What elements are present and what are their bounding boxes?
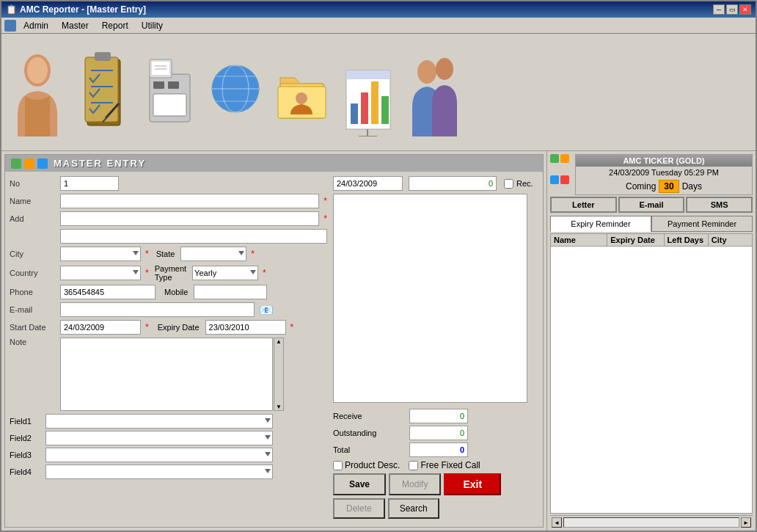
outstanding-row: Outstanding xyxy=(333,426,538,440)
field4-select[interactable] xyxy=(45,464,273,479)
field4-row: Field4 xyxy=(10,464,327,479)
note-label: Note xyxy=(10,338,57,346)
col-city: City xyxy=(709,234,752,246)
svg-point-35 xyxy=(417,60,436,84)
scroll-up-btn[interactable]: ▲ xyxy=(276,338,282,345)
toolbar-clipboard[interactable] xyxy=(70,35,136,149)
email-icon: 📧 xyxy=(259,303,274,317)
outstanding-input[interactable] xyxy=(409,426,468,440)
rec-checkbox[interactable] xyxy=(504,179,513,189)
start-date-input[interactable] xyxy=(60,320,141,335)
title-bar: 📋 AMC Reporter - [Master Entry] ─ ▭ ✕ xyxy=(1,1,756,18)
note-textarea[interactable] xyxy=(60,338,273,411)
svg-rect-4 xyxy=(95,52,111,61)
menu-report[interactable]: Report xyxy=(96,19,134,32)
sms-button[interactable]: SMS xyxy=(686,197,753,213)
dot-green-1 xyxy=(550,154,559,163)
app-icon: 📋 xyxy=(6,4,17,15)
free-fixed-checkbox[interactable] xyxy=(409,461,418,470)
add-input2[interactable] xyxy=(60,229,327,244)
right-date-input[interactable] xyxy=(333,176,403,191)
close-button[interactable]: ✕ xyxy=(739,4,751,15)
payment-type-select[interactable]: Yearly xyxy=(192,266,258,280)
email-row: E-mail 📧 xyxy=(10,302,327,317)
toolbar-person[interactable] xyxy=(4,35,70,149)
city-select[interactable] xyxy=(60,247,141,261)
state-required: * xyxy=(251,249,255,259)
scroll-down-btn[interactable]: ▼ xyxy=(276,404,282,410)
menu-master[interactable]: Master xyxy=(56,19,95,32)
svg-rect-29 xyxy=(361,92,368,124)
svg-rect-32 xyxy=(346,70,390,79)
mobile-input[interactable] xyxy=(194,285,267,299)
product-desc-checkbox[interactable] xyxy=(333,461,343,470)
toolbar-people[interactable] xyxy=(401,35,467,149)
master-entry-header: MASTER ENTRY xyxy=(5,155,543,172)
action-buttons: Save Modify Exit xyxy=(333,473,538,495)
restore-button[interactable]: ▭ xyxy=(726,4,738,15)
tab-payment-reminder[interactable]: Payment Reminder xyxy=(651,216,753,232)
svg-rect-13 xyxy=(153,94,186,116)
email-input[interactable] xyxy=(60,302,255,317)
total-input[interactable] xyxy=(409,442,468,457)
field2-select[interactable] xyxy=(45,431,273,445)
state-label: State xyxy=(156,249,175,258)
exit-button[interactable]: Exit xyxy=(444,473,501,495)
dates-row: Start Date * Expiry Date * xyxy=(10,320,327,335)
field3-select[interactable] xyxy=(45,448,273,462)
modify-button[interactable]: Modify xyxy=(389,473,441,495)
svg-point-1 xyxy=(27,57,48,84)
amc-color-dots: AMC TICKER (GOLD) 24/03/2009 Tuesday 05:… xyxy=(547,151,756,195)
name-required: * xyxy=(323,196,327,206)
receive-input[interactable] xyxy=(409,409,468,423)
reminder-table: Name Expiry Date Left Days City xyxy=(550,233,753,514)
amc-ticker-title: AMC TICKER (GOLD) xyxy=(576,155,752,167)
toolbar-fax[interactable] xyxy=(136,35,202,149)
scroll-right-btn[interactable]: ► xyxy=(741,517,751,528)
svg-point-26 xyxy=(296,92,307,104)
menu-utility[interactable]: Utility xyxy=(136,19,169,32)
save-button[interactable]: Save xyxy=(333,473,386,495)
field1-select[interactable] xyxy=(45,414,273,429)
menu-bar: Admin Master Report Utility xyxy=(1,18,756,34)
add-input[interactable] xyxy=(60,211,319,226)
outstanding-label: Outstanding xyxy=(333,429,406,437)
toolbar-globe[interactable] xyxy=(202,35,268,149)
action-buttons-2: Delete Search xyxy=(333,498,538,519)
search-button[interactable]: Search xyxy=(388,498,439,519)
no-input[interactable] xyxy=(60,176,119,191)
tab-expiry-reminder[interactable]: Expiry Reminder xyxy=(550,216,651,232)
note-row: Note ▲ ▼ xyxy=(10,338,327,411)
city-state-row: City * State * xyxy=(10,247,327,261)
toolbar-chart[interactable] xyxy=(334,35,401,149)
country-select[interactable] xyxy=(60,266,141,280)
phone-label: Phone xyxy=(10,288,57,296)
header-dots xyxy=(11,158,48,169)
email-button[interactable]: E-mail xyxy=(618,197,685,213)
toolbar-folder[interactable] xyxy=(268,35,334,149)
delete-button[interactable]: Delete xyxy=(333,498,385,519)
expiry-date-label: Expiry Date xyxy=(158,323,200,332)
form-left: No Name * Add * xyxy=(10,176,327,517)
svg-point-36 xyxy=(436,58,453,80)
menu-admin[interactable]: Admin xyxy=(18,19,54,32)
letter-button[interactable]: Letter xyxy=(550,197,617,213)
svg-rect-3 xyxy=(85,57,118,122)
scroll-track[interactable] xyxy=(563,517,739,528)
minimize-button[interactable]: ─ xyxy=(713,4,725,15)
scroll-left-btn[interactable]: ◄ xyxy=(552,517,562,528)
no-label: No xyxy=(10,179,57,188)
phone-input[interactable] xyxy=(60,285,156,299)
payment-type-required: * xyxy=(263,268,266,278)
col-expiry-date: Expiry Date xyxy=(607,234,664,246)
dot-blue-1 xyxy=(550,175,559,184)
field3-label: Field3 xyxy=(10,451,43,459)
amount-input[interactable] xyxy=(409,176,497,191)
state-select[interactable] xyxy=(180,247,246,261)
name-input[interactable] xyxy=(60,194,319,208)
free-fixed-label: Free Fixed Call xyxy=(420,460,480,470)
title-bar-buttons: ─ ▭ ✕ xyxy=(713,4,751,15)
total-row: Total xyxy=(333,442,538,457)
expiry-date-input[interactable] xyxy=(205,320,286,335)
note-scrollbar: ▲ ▼ xyxy=(274,338,284,411)
